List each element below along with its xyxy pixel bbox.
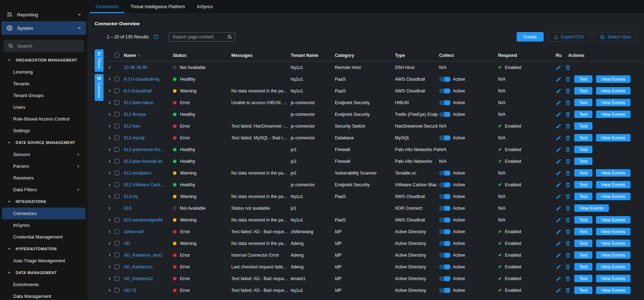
view-events-button[interactable]: View Events [596, 228, 630, 235]
collect-toggle-on[interactable] [439, 171, 450, 176]
collect-toggle-on[interactable] [439, 253, 450, 258]
view-events-button[interactable]: View Events [596, 169, 630, 177]
chevron-right-icon[interactable] [107, 112, 112, 117]
section-header-hyperautomation[interactable]: HYPERAUTOMATION [0, 243, 88, 255]
view-events-button[interactable]: View Events [596, 75, 630, 83]
delete-trash-icon[interactable] [565, 194, 571, 199]
connector-name-link[interactable]: AD_Kerberos1 [124, 264, 173, 269]
sidebar-item-receivers[interactable]: Receivers [2, 172, 85, 184]
collect-toggle-on[interactable] [439, 182, 450, 187]
test-button[interactable]: Test [574, 286, 592, 294]
view-events-button[interactable]: View Events [596, 251, 630, 259]
test-button[interactable]: Test [574, 181, 592, 188]
collect-toggle-on[interactable] [439, 135, 450, 140]
collect-toggle-on[interactable] [439, 241, 450, 246]
test-button[interactable]: Test [574, 99, 592, 106]
delete-trash-icon[interactable] [565, 276, 571, 282]
test-button[interactable]: Test [574, 216, 592, 224]
view-events-button[interactable]: View Events [596, 111, 630, 118]
section-header-data-source-management[interactable]: DATA SOURCE MANAGEMENT [0, 136, 88, 149]
row-checkbox[interactable] [115, 112, 119, 117]
chevron-right-icon[interactable] [107, 159, 112, 164]
edit-pencil-icon[interactable] [556, 276, 561, 282]
chevron-right-icon[interactable] [107, 277, 112, 281]
connector-name-link[interactable]: 619 [124, 206, 173, 211]
connector-name-link[interactable]: AD-71 [124, 288, 173, 293]
sidebar-item-insyncs[interactable]: InSyncs [2, 219, 85, 231]
sidebar-item-connectors[interactable]: Connectors [2, 208, 85, 219]
test-button[interactable]: Test [574, 169, 592, 177]
column-header-rules[interactable]: Ru [556, 53, 562, 58]
connector-name-link[interactable]: 6.0.0-cloudtrail-hq [124, 77, 173, 82]
sidebar-item-data-management[interactable]: Data Management [2, 290, 85, 300]
test-button[interactable]: Test [574, 240, 592, 247]
sidebar-item-reporting[interactable]: Reporting [1, 8, 86, 21]
row-checkbox[interactable] [115, 218, 119, 222]
chevron-right-icon[interactable] [107, 218, 112, 222]
sidebar-item-parsers[interactable]: Parsers [2, 160, 85, 172]
delete-trash-icon[interactable] [565, 100, 571, 106]
edit-pencil-icon[interactable] [556, 123, 561, 129]
test-button[interactable]: Test [574, 122, 592, 130]
chevron-right-icon[interactable] [107, 288, 112, 293]
delete-trash-icon[interactable] [565, 288, 571, 293]
column-header-name[interactable]: Name↑ [124, 53, 173, 58]
test-button[interactable]: Test [574, 87, 592, 95]
connector-name-link[interactable]: AD_Kerberos_test1 [124, 253, 173, 258]
view-events-button[interactable]: View Events [596, 87, 630, 95]
row-checkbox[interactable] [115, 288, 119, 293]
delete-trash-icon[interactable] [565, 241, 571, 246]
collect-toggle-on[interactable] [439, 218, 450, 223]
edit-pencil-icon[interactable] [556, 65, 561, 70]
select-view-button[interactable]: Select View [594, 32, 637, 42]
tab-threat-intelligence-platform[interactable]: Threat Intelligence Platform [125, 0, 191, 13]
edit-pencil-icon[interactable] [556, 194, 561, 199]
collect-toggle-on[interactable] [439, 112, 450, 117]
delete-trash-icon[interactable] [565, 264, 571, 270]
delete-trash-icon[interactable] [565, 252, 571, 258]
chevron-right-icon[interactable] [107, 194, 112, 199]
delete-trash-icon[interactable] [565, 112, 571, 117]
sidebar-item-auto-triage-management[interactable]: Auto Triage Management [2, 255, 85, 267]
column-header-status[interactable]: Status [173, 53, 231, 58]
sidebar-item-system[interactable]: System [1, 21, 86, 35]
chevron-right-icon[interactable] [107, 148, 112, 152]
collect-toggle-on[interactable] [439, 100, 450, 105]
delete-trash-icon[interactable] [565, 76, 571, 82]
delete-trash-icon[interactable] [565, 135, 571, 141]
page-search-input[interactable] [169, 32, 235, 42]
chevron-right-icon[interactable] [107, 136, 112, 140]
edit-pencil-icon[interactable] [556, 135, 561, 141]
test-button[interactable]: Test [574, 275, 592, 282]
chevron-right-icon[interactable] [107, 241, 112, 246]
chevron-right-icon[interactable] [107, 65, 112, 70]
edit-pencil-icon[interactable] [556, 147, 561, 152]
delete-trash-icon[interactable] [565, 229, 571, 235]
connector-name-link[interactable]: 612-fake-hibun [124, 100, 173, 105]
collect-toggle-on[interactable] [439, 89, 450, 93]
create-button[interactable]: Create [517, 32, 544, 42]
connector-name-link[interactable]: AD [124, 241, 173, 246]
chevron-right-icon[interactable] [107, 183, 112, 187]
view-events-button[interactable]: View Events [596, 99, 630, 106]
view-events-button[interactable]: View Events [596, 193, 630, 200]
sidebar-item-sensors[interactable]: Sensors [2, 149, 85, 160]
connector-name-link[interactable]: 612-tenablesc [124, 171, 173, 176]
chevron-right-icon[interactable] [107, 206, 112, 210]
row-checkbox[interactable] [115, 124, 119, 128]
edit-pencil-icon[interactable] [556, 229, 561, 235]
sidebar-item-credential-management[interactable]: Credential Management [2, 231, 85, 243]
row-checkbox[interactable] [115, 100, 119, 105]
delete-trash-icon[interactable] [565, 65, 571, 70]
chevron-right-icon[interactable] [107, 230, 112, 234]
search-icon[interactable] [227, 34, 232, 39]
sidebar-item-enrichments[interactable]: Enrichments [2, 279, 85, 290]
edit-pencil-icon[interactable] [556, 159, 561, 164]
edit-pencil-icon[interactable] [556, 241, 561, 246]
connector-name-link[interactable]: 6.0.0cloudtrail [124, 89, 173, 93]
sidebar-search-input[interactable]: Search [4, 40, 84, 52]
delete-trash-icon[interactable] [565, 88, 571, 94]
view-events-button[interactable]: View Events [596, 263, 630, 270]
row-checkbox[interactable] [115, 147, 119, 152]
edit-pencil-icon[interactable] [556, 217, 561, 223]
